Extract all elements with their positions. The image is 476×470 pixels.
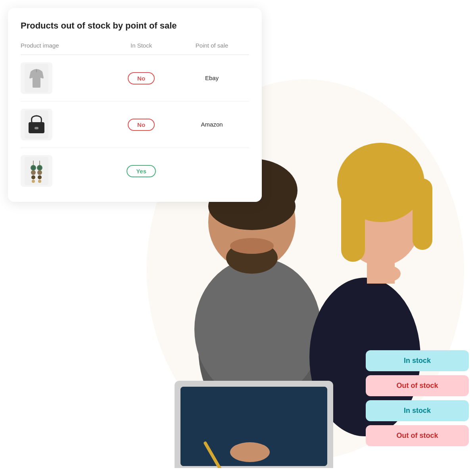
- table-card: Products out of stock by point of sale P…: [8, 8, 262, 202]
- products-table: Product image In Stock Point of sale: [21, 42, 249, 194]
- stock-badge-outofstock-1: Out of stock: [366, 375, 469, 396]
- page-title: Products out of stock by point of sale: [21, 21, 249, 31]
- stock-badge-instock-1: In stock: [366, 350, 469, 371]
- svg-point-10: [32, 180, 35, 183]
- product-image-earrings: [21, 155, 52, 187]
- col-header-product: Product image: [21, 42, 108, 55]
- svg-rect-30: [413, 178, 432, 250]
- svg-point-25: [230, 238, 274, 254]
- svg-rect-29: [341, 182, 365, 262]
- main-container: Products out of stock by point of sale P…: [0, 0, 476, 470]
- svg-point-16: [38, 180, 41, 183]
- svg-point-23: [194, 258, 321, 401]
- svg-rect-3: [35, 127, 38, 129]
- table-row: No Amazon: [21, 102, 249, 148]
- stock-badge-row2: No: [128, 119, 155, 131]
- svg-point-32: [377, 266, 401, 282]
- pos-label-row1: Ebay: [205, 75, 219, 81]
- svg-rect-4: [25, 157, 48, 185]
- product-image-vest: [21, 62, 52, 94]
- svg-point-13: [38, 166, 42, 170]
- col-header-pos: Point of sale: [175, 42, 249, 55]
- svg-point-9: [31, 175, 35, 179]
- stock-badge-row3: Yes: [127, 165, 156, 177]
- col-header-instock: In Stock: [108, 42, 175, 55]
- stock-badges-container: In stock Out of stock In stock Out of st…: [366, 350, 469, 446]
- svg-point-15: [38, 175, 42, 179]
- stock-badge-outofstock-2: Out of stock: [366, 425, 469, 446]
- table-row: No Ebay: [21, 55, 249, 102]
- pos-label-row2: Amazon: [201, 121, 223, 128]
- stock-badge-row1: No: [128, 72, 155, 84]
- svg-point-8: [31, 170, 36, 175]
- svg-point-7: [31, 166, 35, 170]
- table-row: Yes: [21, 148, 249, 194]
- svg-point-37: [230, 442, 270, 462]
- product-image-bag: [21, 109, 52, 140]
- stock-badge-instock-2: In stock: [366, 400, 469, 421]
- svg-point-14: [37, 170, 42, 175]
